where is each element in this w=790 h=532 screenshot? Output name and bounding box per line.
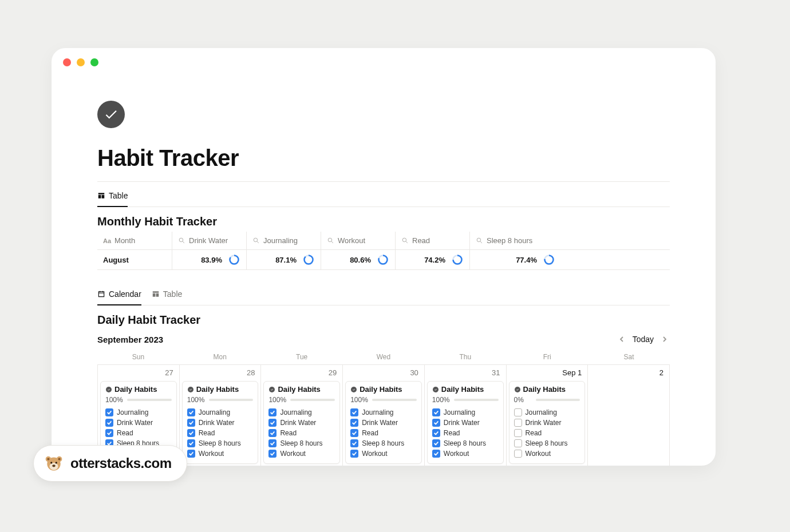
day-number: 30: [410, 368, 418, 377]
habit-item: Drink Water: [105, 418, 172, 428]
habit-checkbox[interactable]: [187, 450, 195, 458]
habit-item: Workout: [432, 448, 499, 459]
calendar-day-cell[interactable]: 30Daily Habits100%JournalingDrink WaterR…: [343, 365, 425, 466]
calendar-day-cell[interactable]: 2: [588, 365, 670, 466]
habit-checkbox[interactable]: [350, 439, 358, 447]
habit-checkbox[interactable]: [268, 450, 276, 458]
habit-label: Journaling: [444, 408, 475, 416]
daily-view-tabs: Calendar Table: [97, 284, 670, 305]
habit-label: Drink Water: [444, 419, 480, 427]
habit-item: Sleep 8 hours: [268, 438, 335, 448]
weekday-label: Mon: [179, 350, 261, 364]
habit-checkbox[interactable]: [432, 408, 440, 416]
habit-item: Sleep 8 hours: [350, 438, 417, 448]
habit-checkbox[interactable]: [187, 408, 195, 416]
habit-checkbox[interactable]: [432, 419, 440, 427]
calendar-day-cell[interactable]: 31Daily Habits100%JournalingDrink WaterR…: [425, 365, 507, 466]
habit-checkbox[interactable]: [105, 429, 113, 437]
calendar-month-label: September 2023: [97, 335, 163, 344]
habit-item: Sleep 8 hours: [514, 438, 580, 448]
monthly-table-row[interactable]: August 83.9% 87.1% 80.6% 74.2%: [97, 250, 670, 270]
daily-habit-card[interactable]: Daily Habits100%JournalingDrink WaterRea…: [345, 381, 422, 464]
window-close-button[interactable]: [63, 58, 71, 66]
habit-checkbox[interactable]: [514, 450, 522, 458]
app-window: Habit Tracker Table Monthly Habit Tracke…: [52, 48, 716, 466]
habit-checkbox[interactable]: [268, 439, 276, 447]
habit-label: Sleep 8 hours: [280, 439, 322, 447]
habit-checkbox[interactable]: [514, 439, 522, 447]
table-icon: [152, 290, 160, 298]
habit-item: Read: [105, 428, 172, 438]
habit-checkbox[interactable]: [187, 429, 195, 437]
habit-label: Read: [280, 429, 297, 437]
habit-checkbox[interactable]: [514, 408, 522, 416]
habit-checkbox[interactable]: [514, 419, 522, 427]
tab-daily-calendar[interactable]: Calendar: [97, 284, 141, 305]
habit-label: Journaling: [117, 408, 148, 416]
svg-point-6: [402, 238, 406, 242]
habit-checkbox[interactable]: [268, 429, 276, 437]
calendar-day-cell[interactable]: 28Daily Habits100%JournalingDrink WaterR…: [180, 365, 262, 466]
calendar-day-cell[interactable]: 29Daily Habits100%JournalingDrink WaterR…: [261, 365, 343, 466]
progress-row: 0%: [514, 396, 580, 404]
habit-label: Read: [526, 429, 542, 437]
habit-checkbox[interactable]: [187, 419, 195, 427]
habit-checkbox[interactable]: [432, 439, 440, 447]
formula-icon: [252, 237, 260, 244]
habit-checkbox[interactable]: [350, 419, 358, 427]
svg-point-21: [188, 387, 193, 392]
progress-row: 100%: [432, 396, 499, 404]
column-drink-water[interactable]: Drink Water: [172, 232, 246, 249]
habit-item: Read: [187, 428, 254, 438]
watermark-badge[interactable]: otterstacks.com: [33, 445, 187, 482]
column-read[interactable]: Read: [395, 232, 469, 249]
calendar-next-button[interactable]: [659, 332, 670, 346]
progress-ring-icon: [229, 255, 239, 265]
habit-label: Sleep 8 hours: [526, 439, 568, 447]
column-workout[interactable]: Workout: [321, 232, 395, 249]
habit-item: Journaling: [514, 407, 580, 418]
habit-label: Read: [362, 429, 378, 437]
watermark-text: otterstacks.com: [70, 455, 172, 471]
tab-label: Table: [163, 289, 182, 299]
calendar-day-cell[interactable]: Sep 1Daily Habits0%JournalingDrink Water…: [507, 365, 588, 466]
habit-checkbox[interactable]: [105, 419, 113, 427]
progress-ring-icon: [378, 255, 388, 265]
monthly-table: Aa Month Drink Water Journaling Workout: [97, 232, 670, 270]
svg-line-9: [480, 241, 482, 243]
calendar-prev-button[interactable]: [617, 332, 627, 346]
daily-habit-card[interactable]: Daily Habits100%JournalingDrink WaterRea…: [263, 381, 340, 464]
tab-monthly-table[interactable]: Table: [97, 185, 128, 207]
column-journaling[interactable]: Journaling: [246, 232, 321, 249]
table-icon: [97, 192, 105, 200]
cell-sleep: 77.4%: [469, 250, 561, 269]
tab-daily-table[interactable]: Table: [152, 284, 182, 305]
progress-percent: 100%: [268, 396, 287, 404]
progress-ring-icon: [544, 255, 554, 265]
habit-checkbox[interactable]: [432, 429, 440, 437]
habit-checkbox[interactable]: [268, 419, 276, 427]
svg-point-13: [305, 256, 313, 264]
formula-icon: [178, 237, 185, 244]
habit-label: Workout: [444, 450, 469, 458]
habit-checkbox[interactable]: [350, 429, 358, 437]
calendar-today-button[interactable]: Today: [633, 335, 654, 344]
progress-percent: 100%: [187, 396, 206, 404]
habit-checkbox[interactable]: [432, 450, 440, 458]
daily-habit-card[interactable]: Daily Habits100%JournalingDrink WaterRea…: [427, 381, 504, 464]
daily-habit-card[interactable]: Daily Habits0%JournalingDrink WaterReadS…: [509, 381, 586, 464]
habit-checkbox[interactable]: [105, 408, 113, 416]
progress-row: 100%: [105, 396, 172, 404]
habit-checkbox[interactable]: [514, 429, 522, 437]
weekday-label: Tue: [261, 350, 343, 364]
window-minimize-button[interactable]: [77, 58, 85, 66]
habit-checkbox[interactable]: [350, 408, 358, 416]
column-sleep[interactable]: Sleep 8 hours: [469, 232, 561, 249]
daily-habit-card[interactable]: Daily Habits100%JournalingDrink WaterRea…: [182, 381, 259, 464]
calendar-icon: [97, 290, 105, 298]
window-maximize-button[interactable]: [90, 58, 98, 66]
habit-checkbox[interactable]: [187, 439, 195, 447]
habit-checkbox[interactable]: [350, 450, 358, 458]
column-month[interactable]: Aa Month: [97, 232, 172, 249]
habit-checkbox[interactable]: [268, 408, 276, 416]
